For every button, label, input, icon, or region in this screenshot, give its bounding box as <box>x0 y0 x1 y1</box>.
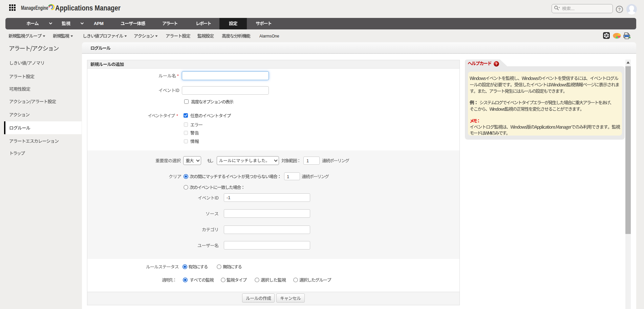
svg-text:?: ? <box>618 7 621 12</box>
svg-text:?: ? <box>495 62 498 66</box>
